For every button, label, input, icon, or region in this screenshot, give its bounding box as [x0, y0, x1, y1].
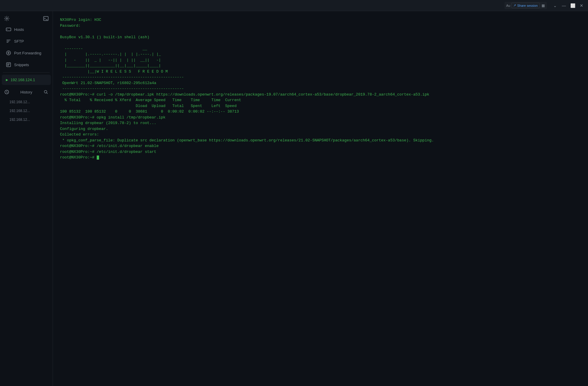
terminal-output: NX30Pro login: H3C Password: BusyBox v1.… — [60, 17, 581, 166]
minimize-button[interactable]: — — [560, 1, 568, 10]
sftp-label: SFTP — [14, 39, 24, 44]
svg-rect-2 — [6, 28, 11, 31]
close-button[interactable]: ✕ — [577, 1, 586, 10]
window-controls: ⌄ — ⬜ ✕ — [551, 1, 586, 10]
history-item-1[interactable]: 192.168.12... — [0, 98, 53, 106]
split-view-icon[interactable]: ▦ — [541, 4, 545, 8]
share-icon: ↗ — [513, 4, 516, 7]
history-header: History — [0, 86, 53, 98]
snippets-label: Snippets — [14, 63, 29, 67]
svg-point-0 — [6, 18, 8, 19]
active-host-item[interactable]: ▶ 192.168.124.1 — [2, 75, 51, 85]
sidebar-divider — [3, 72, 50, 73]
terminal-line-1: NX30Pro login: H3C Password: BusyBox v1.… — [60, 18, 434, 160]
titlebar: Au ↗ Share session ▦ ⌄ — ⬜ ✕ — [0, 0, 588, 11]
svg-rect-1 — [44, 16, 48, 21]
settings-icon[interactable] — [4, 16, 9, 21]
share-session-button[interactable]: ↗ Share session — [511, 3, 540, 8]
hosts-label: Hosts — [14, 27, 24, 32]
history-item-3[interactable]: 192.168.12... — [0, 115, 53, 124]
active-host-chevron: ▶ — [6, 78, 8, 81]
history-clock-icon — [4, 89, 9, 95]
terminal-area[interactable]: NX30Pro login: H3C Password: BusyBox v1.… — [53, 11, 588, 386]
port-forwarding-icon — [6, 50, 11, 56]
terminal-cursor — [97, 156, 99, 160]
history-section: History 192.168.12... 192.168.12... 192.… — [0, 85, 53, 125]
sidebar-item-port-forwarding[interactable]: Port Forwarding — [2, 47, 51, 59]
svg-point-3 — [7, 29, 8, 30]
sidebar-item-hosts[interactable]: Hosts — [2, 24, 51, 35]
sidebar-item-sftp[interactable]: SFTP — [2, 36, 51, 47]
sidebar: Hosts SFTP Port Forwarding — [0, 11, 53, 386]
sftp-icon — [6, 39, 11, 44]
history-search-icon[interactable] — [43, 89, 49, 95]
sidebar-top-icons — [0, 11, 53, 24]
chevron-down-button[interactable]: ⌄ — [551, 1, 559, 10]
main-layout: Hosts SFTP Port Forwarding — [0, 11, 588, 386]
titlebar-label: Au — [506, 4, 510, 7]
titlebar-controls: Au ↗ Share session ▦ — [505, 2, 547, 9]
active-host-label: 192.168.124.1 — [11, 78, 35, 82]
sidebar-item-snippets[interactable]: Snippets — [2, 59, 51, 70]
hosts-icon — [6, 27, 11, 32]
terminal-icon[interactable] — [43, 16, 49, 21]
history-label: History — [20, 90, 32, 94]
snippets-icon — [6, 62, 11, 67]
maximize-button[interactable]: ⬜ — [569, 1, 577, 10]
port-forwarding-label: Port Forwarding — [14, 51, 41, 55]
history-item-2[interactable]: 192.168.12... — [0, 106, 53, 115]
